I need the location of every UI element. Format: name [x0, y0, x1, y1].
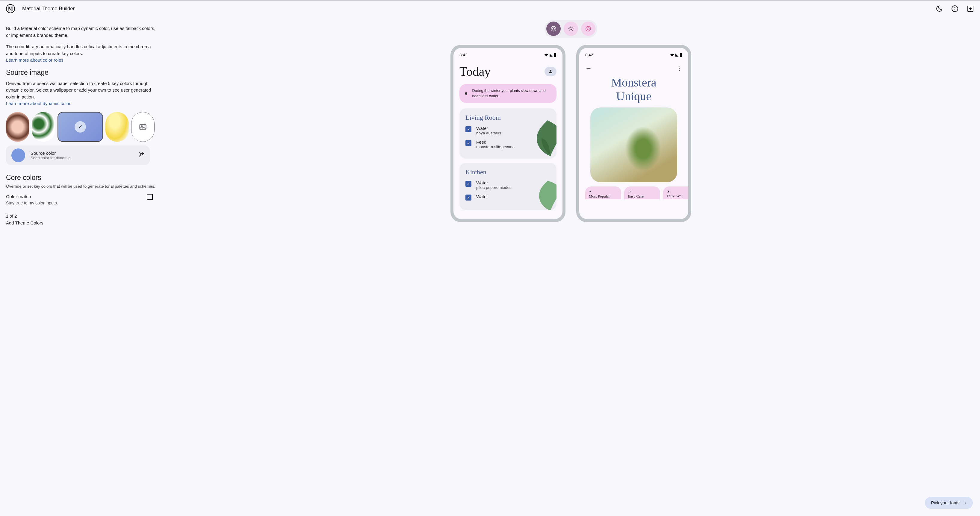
source-image-option-4[interactable] [105, 112, 129, 142]
task-label: Water [476, 180, 512, 185]
leaf-decoration-icon [533, 178, 557, 210]
room-card-living-room: Living Room ✓ Water hoya australis ✓ Fee [460, 108, 557, 159]
chip-label: Faux Ava [667, 194, 688, 198]
svg-point-13 [587, 27, 589, 30]
svg-point-10 [552, 27, 554, 30]
task-sub: monstera siltepecana [476, 144, 515, 149]
task-sub: pilea peperomiodes [476, 185, 512, 190]
source-color-sub: Seed color for dynamic [30, 156, 70, 160]
left-panel: Build a Material color scheme to map dyn… [6, 17, 156, 225]
svg-point-12 [570, 27, 572, 30]
chip-label: Easy Care [628, 194, 657, 199]
task-label: Water [476, 194, 488, 199]
status-time: 8:42 [585, 53, 593, 57]
screen-title: Today [460, 64, 491, 79]
leaf-decoration-icon [533, 120, 557, 156]
add-source-image-button[interactable] [131, 112, 154, 142]
task-sub: hoya australis [476, 131, 501, 135]
source-color-label: Source color [30, 151, 70, 156]
more-menu-icon[interactable]: ⋮ [676, 64, 682, 72]
source-image-option-2[interactable] [32, 112, 55, 142]
chip-row: ✦ Most Popular ▭ Easy Care ▲ Faux Ava [585, 186, 682, 199]
pager-title: Add Theme Colors [6, 220, 156, 225]
status-icons [544, 53, 557, 57]
checkbox-icon[interactable]: ✓ [465, 126, 471, 132]
status-bar: 8:42 [585, 53, 682, 57]
checkbox-icon[interactable]: ✓ [465, 140, 471, 146]
scheme-option-3[interactable] [581, 22, 595, 36]
check-icon: ✓ [75, 121, 86, 133]
app-header: M Material Theme Builder [0, 0, 980, 17]
task-label: Feed [476, 140, 515, 144]
svg-point-16 [550, 70, 551, 71]
chip-label: Most Popular [589, 194, 617, 199]
chip-faux[interactable]: ▲ Faux Ava [663, 186, 688, 199]
status-time: 8:42 [460, 53, 467, 57]
avatar-icon[interactable] [544, 67, 557, 76]
phone-preview-2: 8:42 ← ⋮ MonsteraUnique [576, 45, 691, 222]
source-image-option-1[interactable] [6, 112, 29, 142]
dark-mode-icon[interactable] [935, 5, 943, 12]
source-color-row[interactable]: Source color Seed color for dynamic [6, 146, 150, 165]
source-image-desc: Derived from a user's wallpaper selectio… [6, 80, 156, 107]
task-label: Water [476, 126, 501, 131]
room-title: Kitchen [465, 168, 550, 176]
back-arrow-icon[interactable]: ← [585, 64, 592, 72]
checkbox-icon[interactable]: ✓ [465, 195, 471, 200]
learn-dynamic-color-link[interactable]: Learn more about dynamic color. [6, 101, 71, 106]
phone-preview-1: 8:42 Today [450, 45, 565, 222]
color-match-sub: Stay true to my color inputs. [6, 200, 147, 205]
source-image-option-3-selected[interactable]: ✓ [57, 112, 103, 142]
intro-paragraph-1: Build a Material color scheme to map dyn… [6, 25, 156, 39]
core-colors-heading: Core colors [6, 174, 156, 182]
intro-paragraph-2: The color library automatically handles … [6, 43, 156, 64]
detail-title: MonsteraUnique [585, 76, 682, 103]
logo-icon: M [6, 4, 15, 13]
lightbulb-icon [464, 91, 468, 96]
bell-icon: ▲ [667, 189, 688, 193]
pager: 1 of 2 [6, 214, 156, 219]
checkbox-icon[interactable]: ✓ [465, 181, 471, 187]
intro-text-2: The color library automatically handles … [6, 44, 151, 56]
tip-text: During the winter your plants slow down … [473, 88, 552, 99]
color-match-label: Color match [6, 194, 147, 199]
status-bar: 8:42 [460, 53, 557, 57]
source-image-row: ✓ [6, 112, 156, 142]
color-match-checkbox[interactable] [147, 194, 153, 200]
source-color-swatch [11, 148, 25, 162]
clipboard-icon: ▭ [628, 189, 657, 193]
app-title: Material Theme Builder [22, 6, 75, 12]
svg-rect-17 [680, 53, 682, 57]
svg-rect-15 [554, 53, 556, 57]
scheme-option-2[interactable] [564, 22, 578, 36]
add-panel-icon[interactable] [967, 5, 974, 12]
plant-image [590, 108, 677, 182]
sparkle-icon: ✦ [589, 189, 617, 193]
room-card-kitchen: Kitchen ✓ Water pilea peperomiodes ✓ Wat [460, 163, 557, 210]
shuffle-icon[interactable] [138, 151, 144, 159]
core-colors-sub: Override or set key colors that will be … [6, 184, 156, 189]
source-desc-text: Derived from a user's wallpaper selectio… [6, 81, 151, 99]
scheme-option-1[interactable] [546, 22, 561, 36]
learn-color-roles-link[interactable]: Learn more about color roles. [6, 57, 65, 63]
chip-easy-care[interactable]: ▭ Easy Care [624, 186, 660, 199]
chip-most-popular[interactable]: ✦ Most Popular [585, 186, 621, 199]
preview-area: 8:42 Today [168, 17, 974, 225]
info-icon[interactable] [951, 5, 958, 12]
scheme-segmented-control [544, 20, 597, 38]
source-image-heading: Source image [6, 68, 156, 77]
color-match-row: Color match Stay true to my color inputs… [6, 194, 156, 205]
status-icons [670, 53, 682, 57]
tip-card: During the winter your plants slow down … [460, 84, 557, 103]
